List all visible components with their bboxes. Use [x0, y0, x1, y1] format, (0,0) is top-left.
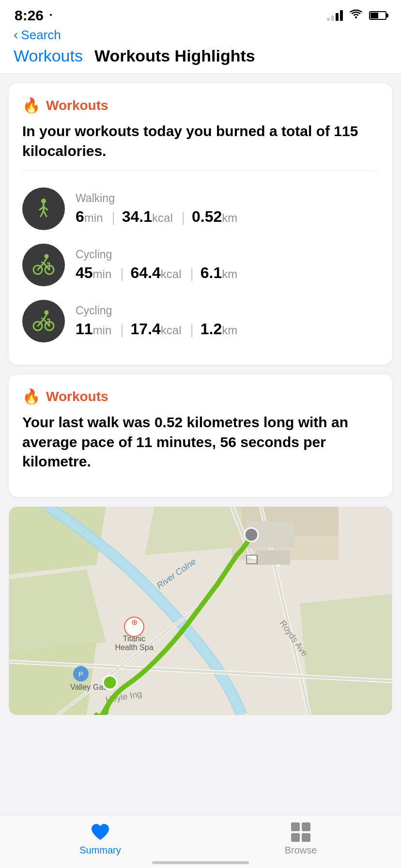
cycling-row-1[interactable]: Cycling 45 min | 64.4 kcal | 6.1 km [22, 237, 379, 293]
cycling-1-distance-unit: km [222, 267, 237, 281]
card1-title: Workouts [46, 98, 108, 113]
cycling-icon-circle-2 [22, 300, 65, 342]
route-map[interactable]: River Colne Royds Ave Hoyle Ing ⊕ Titani… [9, 507, 392, 715]
walking-distance-unit: km [222, 211, 237, 225]
cycling-1-kcal-unit: kcal [161, 267, 182, 281]
cycling-icon-circle-1 [22, 244, 65, 286]
cycling-2-stats: 11 min | 17.4 kcal | 1.2 km [76, 320, 379, 338]
nav-header: Workouts Workouts Highlights [14, 46, 387, 65]
cycling-1-kcal: 64.4 [131, 264, 161, 282]
cycling-2-duration-unit: min [93, 324, 112, 337]
svg-line-21 [44, 315, 46, 319]
svg-text:Titanic: Titanic [123, 635, 146, 643]
walking-icon [31, 196, 56, 221]
status-bar: 8:26 ⬝ [0, 0, 401, 27]
walking-icon-circle [22, 187, 65, 230]
svg-marker-30 [300, 594, 392, 715]
svg-line-6 [44, 211, 46, 217]
cycling-1-type: Cycling [76, 248, 379, 261]
walking-kcal-unit: kcal [152, 211, 173, 225]
card2-title: Workouts [46, 389, 108, 404]
workouts-summary-card: 🔥 Workouts In your workouts today you bu… [9, 83, 392, 365]
cycling-1-duration: 45 [76, 264, 93, 282]
tab-browse-label: Browse [285, 845, 317, 856]
cycling-1-stats: 45 min | 64.4 kcal | 6.1 km [76, 264, 379, 282]
map-svg: River Colne Royds Ave Hoyle Ing ⊕ Titani… [9, 507, 392, 715]
status-icons [327, 9, 386, 22]
svg-text:P: P [78, 670, 83, 678]
fire-icon-2: 🔥 [22, 388, 40, 405]
time-display: 8:26 [15, 7, 44, 24]
battery-icon [369, 11, 386, 20]
chevron-left-icon: ‹ [14, 27, 18, 43]
walking-row[interactable]: Walking 6 min | 34.1 kcal | 0.52 km [22, 181, 379, 237]
location-arrow-icon: ⬝ [47, 9, 54, 22]
cycling-2-distance-unit: km [222, 324, 237, 337]
divider [22, 170, 379, 171]
cycling-icon-2 [31, 309, 56, 334]
walking-duration: 6 [76, 208, 84, 226]
svg-line-5 [41, 211, 44, 217]
back-label: Search [21, 28, 61, 43]
walking-distance: 0.52 [192, 208, 222, 226]
tab-browse[interactable]: Browse [200, 815, 401, 858]
svg-point-55 [103, 676, 117, 689]
cycling-2-details: Cycling 11 min | 17.4 kcal | 1.2 km [76, 304, 379, 338]
cycling-row-2[interactable]: Cycling 11 min | 17.4 kcal | 1.2 km [22, 293, 379, 349]
card2-description: Your last walk was 0.52 kilometres long … [22, 413, 379, 472]
walking-duration-unit: min [84, 211, 103, 225]
nav-area: ‹ Search Workouts Workouts Highlights [0, 27, 401, 74]
card2-title-row: 🔥 Workouts [22, 388, 379, 405]
page-title: Workouts Highlights [94, 46, 255, 65]
walk-description-card: 🔥 Workouts Your last walk was 0.52 kilom… [9, 374, 392, 497]
browse-icon [291, 822, 310, 842]
workouts-back-title[interactable]: Workouts [14, 46, 83, 65]
tab-summary[interactable]: Summary [0, 815, 200, 858]
cycling-2-kcal-unit: kcal [161, 324, 182, 337]
card1-description: In your workouts today you burned a tota… [22, 122, 379, 161]
svg-rect-43 [256, 550, 290, 565]
walking-type: Walking [76, 192, 379, 205]
tab-bar: Summary Browse [0, 815, 401, 868]
svg-line-12 [44, 259, 46, 263]
cycling-1-duration-unit: min [93, 267, 112, 281]
svg-point-16 [45, 310, 49, 315]
svg-point-0 [355, 16, 357, 18]
home-indicator [152, 861, 249, 864]
fire-icon: 🔥 [22, 97, 40, 114]
walking-details: Walking 6 min | 34.1 kcal | 0.52 km [76, 192, 379, 226]
cycling-2-type: Cycling [76, 304, 379, 317]
tab-summary-label: Summary [79, 845, 121, 856]
cycling-1-details: Cycling 45 min | 64.4 kcal | 6.1 km [76, 248, 379, 282]
cycling-2-duration: 11 [76, 320, 93, 338]
status-time: 8:26 ⬝ [15, 7, 54, 24]
cycling-1-distance: 6.1 [200, 264, 222, 282]
svg-point-54 [245, 528, 258, 542]
svg-text:⊕: ⊕ [131, 618, 138, 626]
cycling-2-kcal: 17.4 [131, 320, 161, 338]
cycling-2-distance: 1.2 [200, 320, 222, 338]
signal-icon [327, 10, 343, 21]
back-button[interactable]: ‹ Search [14, 27, 387, 43]
svg-text:Valley Gas: Valley Gas [70, 683, 107, 691]
svg-point-7 [45, 254, 49, 259]
heart-icon [90, 822, 111, 842]
card1-title-row: 🔥 Workouts [22, 97, 379, 114]
cycling-icon-1 [31, 252, 56, 278]
wifi-icon [350, 9, 362, 22]
walking-stats: 6 min | 34.1 kcal | 0.52 km [76, 208, 379, 226]
svg-text:Health Spa: Health Spa [115, 643, 153, 651]
walking-kcal: 34.1 [122, 208, 152, 226]
